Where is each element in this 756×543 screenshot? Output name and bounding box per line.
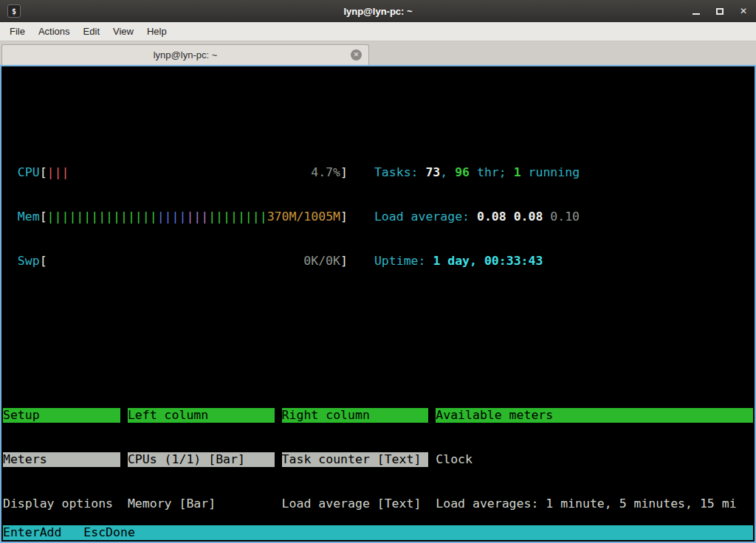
menu-actions[interactable]: Actions	[32, 22, 77, 41]
tasks-count: 73	[425, 165, 440, 180]
window-controls: ✕	[691, 5, 749, 17]
memory-meter-open-bracket: [	[40, 210, 47, 224]
meters-column-right: Tasks: 73, 96 thr; 1 running Load averag…	[374, 136, 580, 298]
uptime-line: Uptime: 1 day, 00:33:43	[374, 254, 580, 269]
running-count: 1	[514, 165, 521, 180]
tab-close-icon[interactable]: ✕	[351, 49, 362, 60]
left-column-header: Left column	[128, 408, 275, 423]
tasks-separator: ,	[440, 165, 455, 180]
load-15min: 0.10	[550, 210, 580, 224]
setup-categories-panel: Setup Meters Display options Colors Colu…	[3, 378, 120, 543]
cpu-meter-close-bracket: ]	[340, 165, 348, 180]
title-bar[interactable]: $ lynp@lyn-pc: ~ ✕	[0, 0, 756, 22]
menu-bar: File Actions Edit View Help	[0, 22, 756, 41]
meters-column-left: CPU[|||4.7%] Mem[|||||||||||||||||||||||…	[18, 136, 348, 298]
memory-bars-cache: |||	[186, 210, 208, 224]
memory-bars-used: |||||||||||||||	[47, 210, 157, 224]
setup-categories-header: Setup	[3, 408, 120, 423]
enter-key-hint[interactable]: Enter	[3, 525, 40, 540]
cpu-meter-label: CPU	[18, 165, 40, 180]
cpu-meter-value: 4.7%	[311, 165, 340, 180]
terminal-window: $ lynp@lyn-pc: ~ ✕ File Actions Edit Vie…	[0, 0, 756, 543]
right-column-header: Right column	[282, 408, 429, 423]
threads-label: thr;	[470, 165, 514, 180]
memory-meter: Mem[||||||||||||||||||||||||||||||370M/1…	[18, 210, 348, 224]
add-action[interactable]: Add	[40, 525, 84, 540]
esc-key-hint[interactable]: Esc	[83, 525, 106, 540]
tasks-line: Tasks: 73, 96 thr; 1 running	[374, 165, 580, 180]
htop-header: CPU[|||4.7%] Mem[|||||||||||||||||||||||…	[3, 127, 753, 298]
setup-panels: Setup Meters Display options Colors Colu…	[3, 378, 753, 543]
menu-view[interactable]: View	[106, 22, 140, 41]
tab-bar: lynp@lyn-pc: ~ ✕	[0, 41, 756, 65]
minimize-icon[interactable]	[691, 5, 701, 17]
terminal-tab[interactable]: lynp@lyn-pc: ~ ✕	[1, 44, 369, 65]
memory-meter-label: Mem	[18, 210, 40, 224]
done-action[interactable]: Done	[106, 525, 157, 540]
running-label: running	[521, 165, 580, 180]
load-average-label: Load average:	[374, 210, 477, 224]
right-column-panel: Right column Task counter [Text] Load av…	[282, 378, 429, 543]
available-meters-header: Available meters	[436, 408, 753, 423]
swap-meter-label: Swp	[18, 254, 40, 269]
cpu-meter-open-bracket: [	[40, 165, 47, 180]
load-1min: 0.08	[477, 210, 506, 224]
memory-meter-value: 370M/1005M	[267, 210, 340, 224]
terminal-screen[interactable]: CPU[|||4.7%] Mem[|||||||||||||||||||||||…	[0, 65, 756, 543]
cpu-meter-bars: |||	[47, 165, 69, 180]
memory-bars-used-2: ||||||||	[208, 210, 267, 224]
cpu-meter: CPU[|||4.7%]	[18, 165, 348, 180]
swap-meter-value: 0K/0K	[303, 254, 340, 269]
swap-meter-close-bracket: ]	[340, 254, 348, 269]
menu-edit[interactable]: Edit	[77, 22, 106, 41]
app-icon-glyph: $	[12, 7, 16, 15]
right-column-item[interactable]: Task counter [Text]	[282, 452, 429, 467]
tab-label: lynp@lyn-pc: ~	[154, 49, 218, 60]
swap-meter: Swp[0K/0K]	[18, 254, 348, 269]
memory-bars-buffers: ||||	[157, 210, 187, 224]
left-column-panel: Left column CPUs (1/1) [Bar] Memory [Bar…	[128, 378, 275, 543]
available-meter-item[interactable]: Clock	[436, 452, 753, 467]
swap-meter-open-bracket: [	[40, 254, 47, 269]
left-column-item[interactable]: Memory [Bar]	[128, 497, 275, 511]
menu-file[interactable]: File	[3, 22, 32, 41]
uptime-value: 1 day, 00:33:43	[433, 254, 543, 269]
threads-count: 96	[455, 165, 470, 180]
left-column-item[interactable]: CPUs (1/1) [Bar]	[128, 452, 275, 467]
load-5min: 0.08	[514, 210, 543, 224]
terminal-app-icon[interactable]: $	[7, 4, 21, 18]
maximize-icon[interactable]	[715, 5, 725, 17]
function-bar-filler	[157, 525, 753, 540]
menu-help[interactable]: Help	[140, 22, 173, 41]
available-meters-panel: Available meters Clock Load averages: 1 …	[436, 378, 753, 543]
tasks-label: Tasks:	[374, 165, 426, 180]
function-bar: Enter Add Esc Done	[3, 525, 753, 540]
load-average-line: Load average: 0.080.080.10	[374, 210, 580, 224]
uptime-label: Uptime:	[374, 254, 433, 269]
available-meter-item[interactable]: Load averages: 1 minute, 5 minutes, 15 m…	[436, 497, 753, 511]
memory-meter-close-bracket: ]	[340, 210, 348, 224]
close-icon[interactable]: ✕	[738, 5, 749, 17]
setup-category-item-meters[interactable]: Meters	[3, 452, 120, 467]
window-title: lynp@lyn-pc: ~	[0, 6, 756, 17]
right-column-item[interactable]: Load average [Text]	[282, 497, 429, 511]
setup-category-item-display-options[interactable]: Display options	[3, 497, 120, 511]
